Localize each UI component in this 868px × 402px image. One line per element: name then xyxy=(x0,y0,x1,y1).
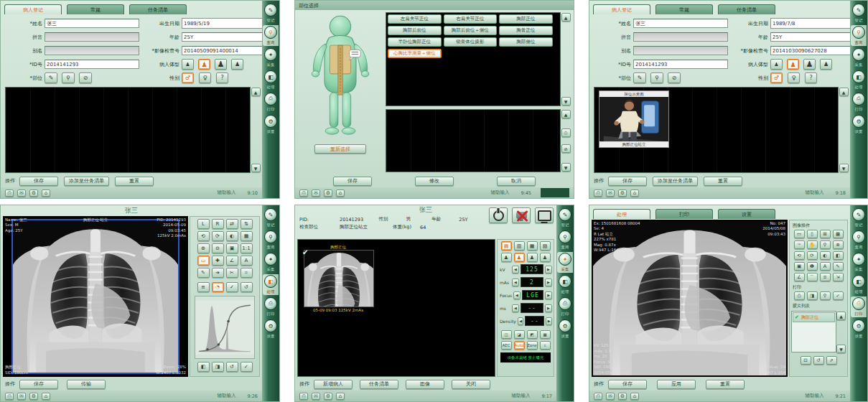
action-button[interactable]: 保存 xyxy=(333,177,372,186)
receptor-button[interactable]: ▧ xyxy=(540,241,551,251)
print-tool-button[interactable]: ⎙ xyxy=(794,291,805,300)
tool-button[interactable]: ⌒ xyxy=(807,273,818,281)
part-icon-button[interactable]: ✎ xyxy=(45,73,57,83)
gender-button[interactable]: ? xyxy=(216,73,228,83)
nav-button[interactable]: ⚙设置 xyxy=(263,114,279,135)
tool-button[interactable]: L xyxy=(197,219,210,229)
nav-button[interactable]: ◧处理 xyxy=(557,274,573,295)
action-button[interactable]: 保存 xyxy=(19,177,58,186)
film-list[interactable]: ✔ 胸部正位 xyxy=(791,311,836,352)
print-tool-button[interactable]: ◨ xyxy=(807,291,818,300)
tool-button[interactable]: ⟲ xyxy=(197,231,210,241)
tool-button[interactable]: A xyxy=(241,256,253,266)
list-tool-button[interactable]: ⎙ xyxy=(561,128,571,137)
status-tray-icon[interactable]: ⌂ xyxy=(42,190,50,197)
projection-button[interactable]: 锁骨体位摄影 xyxy=(444,37,498,47)
gender-button[interactable]: ♂ xyxy=(182,73,194,83)
print-tool-button[interactable]: ✓ xyxy=(833,291,844,300)
tool-button[interactable]: ⌗ xyxy=(241,268,253,278)
status-tray-icon[interactable]: ⚙ xyxy=(324,190,332,197)
histogram-tool-button[interactable]: ↺ xyxy=(226,362,238,372)
tool-button[interactable]: A xyxy=(820,262,831,271)
receptor-button[interactable]: ▥ xyxy=(514,241,525,251)
aec-mode-button[interactable]: ◩ xyxy=(527,330,538,339)
action-button[interactable]: 图像 xyxy=(406,380,444,389)
tool-button[interactable]: ✋ xyxy=(807,240,818,249)
scroll-down-button[interactable]: ▼ xyxy=(251,164,261,172)
nav-button[interactable]: ⚲查询 xyxy=(557,230,573,251)
nav-button[interactable]: ✎登记 xyxy=(263,3,279,24)
tool-button[interactable]: ≡ xyxy=(820,273,831,281)
list-tool-button[interactable]: ⊘ xyxy=(561,144,571,153)
tab[interactable]: 任务清单 xyxy=(718,4,775,14)
status-tray-icon[interactable]: ⌂ xyxy=(630,190,639,197)
tool-button[interactable]: ▦ xyxy=(833,230,844,238)
histogram-tool-button[interactable]: ✓ xyxy=(241,362,253,372)
patient-id-input[interactable] xyxy=(633,60,728,69)
name-input[interactable] xyxy=(633,19,728,28)
tool-button[interactable]: ⇅ xyxy=(241,219,253,229)
status-tray-icon[interactable]: ⚙ xyxy=(29,393,38,400)
action-button[interactable]: 保存 xyxy=(608,177,647,186)
positioning-guide-thumbnail[interactable]: 摆位示意图 xyxy=(599,90,669,148)
part-icon-button[interactable]: ⊘ xyxy=(79,73,92,83)
accession-input[interactable] xyxy=(182,46,271,55)
scroll-up-button[interactable]: ▲ xyxy=(839,88,849,96)
film-tool-button[interactable]: ⇗ xyxy=(826,356,837,365)
nav-button[interactable]: ✦采集 xyxy=(263,47,279,68)
projection-button[interactable]: 胸骨正位 xyxy=(499,26,553,35)
nav-button[interactable]: ⎙打印 xyxy=(263,92,279,113)
tool-button[interactable]: ≡ xyxy=(197,282,210,292)
histogram-tool-button[interactable]: ◧ xyxy=(197,362,210,372)
mannequin-figure[interactable] xyxy=(306,12,375,140)
tool-button[interactable]: ⟳ xyxy=(807,251,818,260)
xray-tube-button[interactable] xyxy=(512,207,531,223)
body-type-button[interactable]: ♟ xyxy=(215,59,227,70)
tab[interactable]: 设置 xyxy=(718,209,775,219)
gender-button[interactable]: ♀ xyxy=(199,73,211,83)
worklist-table[interactable]: 摆位示意图 xyxy=(594,87,839,173)
tool-button[interactable]: ➔ xyxy=(212,268,224,278)
nav-button[interactable]: ⚲查询 xyxy=(851,25,867,46)
nav-button[interactable]: ⎙打印 xyxy=(557,296,573,317)
status-tray-icon[interactable]: ✉ xyxy=(17,393,26,400)
decrease-button[interactable]: ◀ xyxy=(512,279,519,286)
decrease-button[interactable]: ◀ xyxy=(512,266,519,274)
console-button[interactable] xyxy=(535,207,554,223)
projection-button[interactable]: 胸部后前位＋侧位 xyxy=(444,26,498,35)
name-input[interactable] xyxy=(45,19,139,28)
worklist-table[interactable] xyxy=(5,87,251,173)
action-button[interactable]: 应用 xyxy=(657,380,696,389)
scroll-up-button[interactable]: ▲ xyxy=(836,312,846,320)
patient-id-input[interactable] xyxy=(45,60,139,69)
accession-input[interactable] xyxy=(770,46,859,55)
decrease-button[interactable]: ◀ xyxy=(513,291,521,299)
body-type-button[interactable]: ♟ xyxy=(787,59,799,70)
status-tray-icon[interactable]: ⌂ xyxy=(42,393,50,400)
action-button[interactable]: 修改 xyxy=(415,177,454,186)
scroll-up-button[interactable]: ▲ xyxy=(561,110,571,118)
status-tray-icon[interactable]: ⌂ xyxy=(336,393,345,400)
status-tray-icon[interactable]: ⎙ xyxy=(299,393,308,400)
decrease-button[interactable]: ◀ xyxy=(512,304,519,312)
tool-button[interactable]: 1:1 xyxy=(241,243,253,253)
status-tray-icon[interactable]: ⎙ xyxy=(594,190,602,197)
selected-projection-list[interactable] xyxy=(386,109,561,172)
tab[interactable]: 任务清单 xyxy=(129,4,187,14)
increase-button[interactable]: ▶ xyxy=(545,304,552,312)
aec-mode-button[interactable]: ◫ xyxy=(501,330,512,339)
tab[interactable]: 处理 xyxy=(593,209,650,219)
tool-button[interactable]: ⟲ xyxy=(794,251,805,260)
tool-button[interactable]: ▣ xyxy=(226,243,238,253)
tool-button[interactable]: ✚ xyxy=(212,256,224,266)
decrease-button[interactable]: ◀ xyxy=(518,317,524,325)
nav-button[interactable]: ✦采集 xyxy=(557,252,573,273)
action-button[interactable]: 任务清单 xyxy=(360,380,398,389)
status-tray-icon[interactable]: ⚙ xyxy=(618,393,627,400)
nav-button[interactable]: ◧处理 xyxy=(851,274,867,295)
receptor-button[interactable]: ▤ xyxy=(501,241,512,251)
tool-button[interactable]: ◔ xyxy=(212,282,224,292)
tool-button[interactable]: ↺ xyxy=(241,282,253,292)
exposure-thumbnail[interactable]: ✔ 胸部正位 05-09 09:03 125kV 2mAs xyxy=(304,244,373,313)
tool-button[interactable]: ⚲ xyxy=(820,240,831,249)
